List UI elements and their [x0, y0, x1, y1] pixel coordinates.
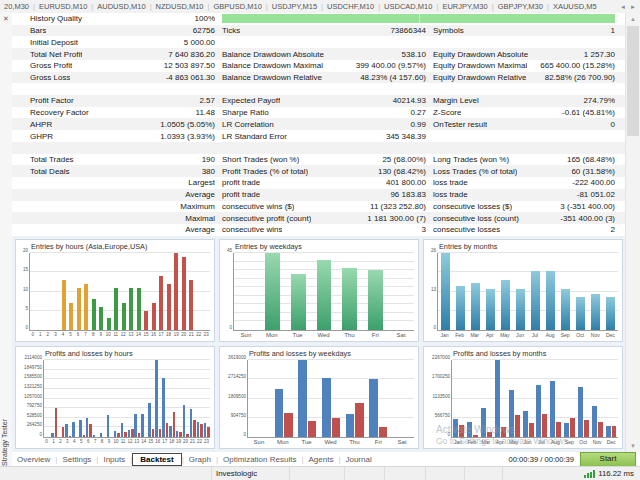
chart-bar-slot	[45, 253, 53, 330]
stat-value: 2.57	[199, 96, 215, 105]
symbol-tab-xauusd-m5[interactable]: XAUUSD,M5	[549, 2, 601, 11]
stat-value: 3 (-351 400.00)	[560, 202, 615, 211]
stat-cell: Total Net Profit7 640 836.20	[30, 50, 215, 59]
chart-bar-slot	[158, 253, 166, 330]
stat-value: 1.0505 (5.05%)	[160, 120, 215, 129]
tester-tab-settings[interactable]: Settings	[57, 454, 96, 465]
chart-bar	[308, 421, 317, 437]
symbol-tab-eurusd-m10[interactable]: EURUSD,M10	[35, 2, 91, 11]
scroll-up-icon[interactable]: ▲	[626, 13, 640, 25]
start-button[interactable]: Start	[580, 452, 636, 467]
stat-label: Ticks	[222, 26, 240, 35]
stat-cell: LR Standard Error345 348.39	[222, 132, 426, 141]
stat-value: -0.61 (45.81%)	[562, 108, 615, 117]
stat-cell: Profit Trades (% of total)130 (68.42%)	[222, 167, 426, 176]
stat-label: Loss Trades (% of total)	[433, 167, 517, 176]
chart-bar-slot	[558, 253, 573, 330]
stat-value: 1 257.30	[584, 50, 615, 59]
chart-bar	[379, 427, 388, 437]
y-axis-tick-label: 0	[447, 432, 450, 437]
chart-bar-slot	[44, 360, 51, 437]
tester-tab-agents[interactable]: Agents	[303, 454, 338, 465]
chart-bar	[121, 423, 123, 437]
symbol-tab-nzdusd-m10[interactable]: NZDUSD,M10	[152, 2, 208, 11]
symbol-tab-usdchf-m10[interactable]: USDCHF,M10	[323, 2, 378, 11]
chart-bar-slot	[38, 253, 46, 330]
stat-label: Bars	[30, 26, 46, 35]
tester-tab-inputs[interactable]: Inputs	[98, 454, 130, 465]
chart-bar	[291, 274, 306, 330]
chart-x-labels: JanFebMarAprMayJunJulAugSepOctNovDec	[451, 439, 618, 447]
strategy-tester-panel-tab[interactable]: Strategy Tester	[1, 419, 8, 466]
chart-bar-slot	[603, 253, 618, 330]
chart-bar	[65, 424, 67, 437]
x-axis-tick-label: Sun	[247, 439, 271, 447]
chart-bar-slot	[588, 253, 603, 330]
stats-row: Averageprofit trade96 183.83loss trade-8…	[12, 189, 626, 201]
stat-cell: Balance Drawdown Maximal399 400.00 (9.57…	[222, 61, 426, 70]
y-axis-tick-label: 1700250	[432, 374, 450, 379]
chart-bar-slot	[507, 360, 521, 437]
stat-cell: Equity Drawdown Maximal665 400.00 (15.28…	[433, 61, 615, 70]
chart-bar-slot	[203, 253, 211, 330]
y-axis-tick-label: 26	[431, 248, 436, 253]
stat-value: 40214.93	[393, 96, 426, 105]
y-axis-tick-label: 20	[23, 248, 28, 253]
stats-row: Profit Factor2.57Expected Payoff40214.93…	[12, 95, 626, 107]
tab-scroll-right-icon[interactable]: ►	[630, 4, 636, 10]
stat-label: profit trade	[222, 190, 260, 199]
vertical-scrollbar[interactable]: ▲ ▼	[625, 13, 640, 452]
broker-name: Investologic	[212, 467, 290, 480]
y-axis-tick-label: 264250	[27, 422, 42, 427]
x-axis-tick-label: Aug	[548, 439, 562, 447]
close-icon[interactable]: ✕	[0, 13, 12, 24]
x-axis-tick-label: 23	[203, 332, 211, 340]
chart-x-labels: SunMonTueWedThuFriSat	[247, 439, 414, 447]
symbol-tab-gbpusd-m10[interactable]: GBPUSD,M10	[209, 2, 265, 11]
chart-bar	[606, 297, 615, 330]
chart-bar	[144, 311, 148, 330]
tab-scroll-left-icon[interactable]: ◄	[620, 4, 626, 10]
chart-bar-slot	[563, 360, 577, 437]
stat-value: 11.48	[196, 108, 215, 117]
chart-bar-slot	[189, 360, 196, 437]
x-axis-tick-label: Jan	[437, 332, 452, 340]
tab-scroll-arrows: ◄ ►	[616, 4, 640, 10]
stat-cell: Average	[30, 225, 215, 234]
chart-bar-slot	[295, 360, 319, 437]
chart-bar-slot	[30, 253, 38, 330]
y-axis-tick-label: 2267000	[432, 355, 450, 360]
tester-tab-graph[interactable]: Graph	[184, 454, 216, 465]
tester-tab-overview[interactable]: Overview	[12, 454, 55, 465]
tester-tab-backtest[interactable]: Backtest	[132, 453, 181, 466]
symbol-tab-usdcad-m10[interactable]: USDCAD,M10	[380, 2, 436, 11]
chart-bar-slot	[260, 253, 286, 330]
symbol-tab-20-m30[interactable]: 20,M30	[0, 2, 33, 11]
chart-bar-slot	[493, 360, 507, 437]
chart-bar-slot	[155, 360, 162, 437]
x-axis-tick-label: 18	[165, 332, 173, 340]
stat-value: 73866344	[390, 26, 426, 35]
chart-bar-slot	[169, 360, 176, 437]
x-axis-tick-label: 0	[43, 439, 50, 447]
x-axis-tick-label: 9	[106, 439, 113, 447]
x-axis-tick-label: 22	[196, 439, 203, 447]
symbol-tab-usdjpy-m15[interactable]: USDJPY,M15	[268, 2, 321, 11]
symbol-tab-eurjpy-m30[interactable]: EURJPY,M30	[438, 2, 491, 11]
tester-tab-journal[interactable]: Journal	[340, 454, 376, 465]
chart-bar-slot	[176, 360, 183, 437]
x-axis-tick-label: 3	[52, 332, 60, 340]
symbol-tab-gbpjpy-m30[interactable]: GBPJPY,M30	[494, 2, 547, 11]
x-axis-tick-label: 14	[140, 439, 147, 447]
scrollbar-thumb[interactable]	[627, 26, 639, 136]
x-axis-tick-label: 6	[74, 332, 82, 340]
chart-bar	[570, 418, 575, 437]
scroll-down-icon[interactable]: ▼	[626, 440, 640, 452]
stat-label: Equity Drawdown Absolute	[433, 50, 528, 59]
tester-tab-optimization-results[interactable]: Optimization Results	[218, 454, 301, 465]
chart-bar-slot	[127, 360, 134, 437]
stat-label: Long Trades (won %)	[433, 155, 509, 164]
x-axis-tick-label: Thu	[336, 332, 362, 340]
stat-value: Average	[185, 225, 215, 234]
symbol-tab-audusd-m10[interactable]: AUDUSD,M10	[93, 2, 149, 11]
